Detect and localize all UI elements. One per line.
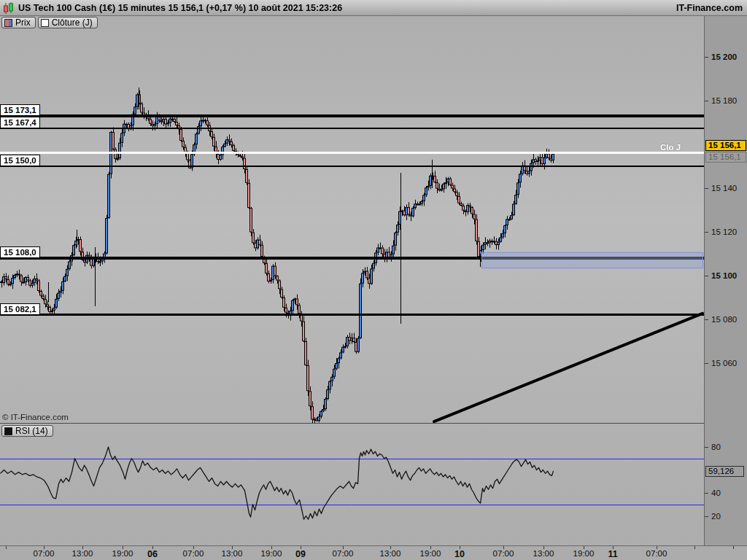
time-axis-label: 13:00 xyxy=(72,549,93,558)
time-axis-day-label: 09 xyxy=(295,549,306,559)
time-axis-label: 07:00 xyxy=(646,549,667,558)
time-axis-label: 07:00 xyxy=(493,549,514,558)
axis-tick-mark xyxy=(705,363,708,364)
price-axis-label: 15 100 xyxy=(711,271,737,280)
rsi-indicator-icon xyxy=(4,427,12,435)
price-axis-label: 15 120 xyxy=(711,228,737,236)
time-axis-label: 07:00 xyxy=(183,549,204,558)
time-axis-day-label: 10 xyxy=(454,549,465,559)
time-axis-label: 13:00 xyxy=(533,549,554,558)
time-axis-label: 07:00 xyxy=(34,549,55,558)
brand-label: IT-Finance.com xyxy=(676,3,743,13)
rsi-axis-label: 40 xyxy=(711,489,721,497)
price-series-button[interactable]: Prix xyxy=(1,17,36,28)
axis-tick-mark xyxy=(705,447,708,448)
last-price-tag: 15 156,1 xyxy=(705,140,746,151)
daily-close-icon xyxy=(41,19,49,27)
axis-tick-mark xyxy=(705,57,708,58)
legend-row: Prix Clôture (J) xyxy=(1,17,98,28)
trading-app-window: US Tech 100 Cash (1€) 15 minutes 15 156,… xyxy=(0,0,747,560)
price-axis-label: 15 200 xyxy=(711,52,737,61)
daily-close-button[interactable]: Clôture (J) xyxy=(38,17,98,28)
axis-tick-mark xyxy=(705,276,708,276)
price-level-label: 15 173,1 xyxy=(0,104,40,116)
axis-tick-mark xyxy=(705,232,708,233)
time-axis-label: 07:00 xyxy=(333,549,354,558)
axis-tick-mark xyxy=(705,319,708,320)
price-level-label: 15 082,1 xyxy=(0,303,40,315)
rsi-axis-label: 20 xyxy=(711,512,721,521)
time-axis-day-label: 11 xyxy=(608,549,617,559)
rsi-axis-label: 80 xyxy=(711,443,721,451)
daily-close-tag: 15 156,1 xyxy=(705,152,746,163)
axis-tick-mark xyxy=(705,101,708,101)
time-axis-label: 13:00 xyxy=(222,549,243,558)
price-level-label: 15 108,0 xyxy=(0,246,40,258)
price-level-label: 15 150,0 xyxy=(0,155,40,166)
axis-tick-mark xyxy=(705,516,708,517)
price-axis-label: 15 080 xyxy=(711,315,737,324)
title-bar: US Tech 100 Cash (1€) 15 minutes 15 156,… xyxy=(0,0,747,16)
time-tick-mark xyxy=(6,546,7,549)
time-axis[interactable]: 07:0013:0019:000607:0013:0019:000907:001… xyxy=(0,545,747,560)
price-axis[interactable]: 15 20015 18015 14015 12015 10015 08015 0… xyxy=(704,16,747,545)
time-axis-day-label: 06 xyxy=(147,549,158,559)
axis-tick-mark xyxy=(705,188,708,189)
price-level-label: 15 167,4 xyxy=(0,117,40,128)
price-axis-label: 15 180 xyxy=(711,96,737,105)
rsi-indicator-button[interactable]: RSI (14) xyxy=(1,425,53,437)
price-series-label: Prix xyxy=(15,18,31,28)
candlestick-window-icon xyxy=(2,1,15,15)
price-series-icon xyxy=(4,19,12,27)
main-chart-canvas[interactable] xyxy=(0,16,704,423)
axis-tick-mark xyxy=(705,493,708,494)
time-axis-label: 19:00 xyxy=(261,549,282,558)
time-axis-label: 19:00 xyxy=(420,549,441,558)
rsi-chart-canvas[interactable] xyxy=(0,424,704,545)
time-tick-mark xyxy=(733,546,734,549)
page-title: US Tech 100 Cash (1€) 15 minutes 15 156,… xyxy=(18,3,342,13)
clo-j-line-label: Clo J xyxy=(660,143,681,152)
rsi-indicator-label: RSI (14) xyxy=(15,426,48,436)
pane-divider[interactable] xyxy=(0,423,704,424)
time-axis-label: 19:00 xyxy=(573,549,595,558)
price-axis-label: 15 140 xyxy=(711,184,737,192)
time-axis-label: 13:00 xyxy=(380,549,401,558)
rsi-value-tag: 59,126 xyxy=(705,466,744,477)
time-axis-label: 19:00 xyxy=(112,549,133,558)
time-tick-mark xyxy=(694,546,695,549)
copyright-label: © IT-Finance.com xyxy=(2,413,69,421)
price-axis-label: 15 060 xyxy=(711,359,737,368)
daily-close-label: Clôture (J) xyxy=(52,18,93,28)
